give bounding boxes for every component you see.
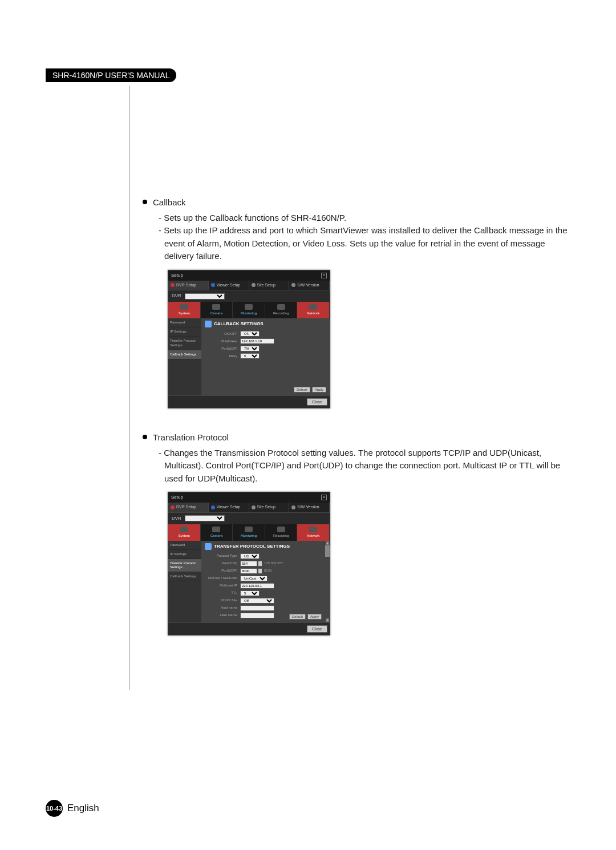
nav-label: Network (307, 311, 319, 315)
side-transfer-protocol[interactable]: Transfer Protocol Settings (168, 559, 201, 572)
tab-viewer-setup[interactable]: Viewer Setup (209, 503, 249, 512)
nav-system[interactable]: System (168, 302, 201, 318)
viewer-icon (211, 505, 215, 509)
tab-label: S/W Version (297, 282, 319, 289)
nav-label: System (179, 534, 190, 537)
nav-label: Recording (273, 311, 289, 315)
port-udp-aux: 8159 (264, 568, 271, 573)
site-icon (252, 505, 256, 509)
port-udp-input[interactable] (240, 568, 257, 574)
side-password[interactable]: Password (168, 318, 201, 327)
hostname-label: Host name (205, 605, 240, 610)
side-callback-settings[interactable]: Callback Settings (168, 350, 201, 359)
side-transfer-protocol[interactable]: Transfer Protocol Settings (168, 337, 201, 350)
dvr-label: DVR (172, 293, 181, 299)
scrollbar[interactable]: ▲ ▼ (325, 541, 330, 622)
retry-select[interactable]: 5 (240, 353, 260, 359)
spinner-icon[interactable] (258, 561, 262, 566)
tab-label: DVR Setup (176, 282, 196, 289)
page-number-badge: 10-43 (46, 800, 63, 817)
onoff-label: ON/OFF (205, 331, 240, 337)
page-footer: 10-43 English (46, 800, 99, 817)
camera-icon (212, 304, 220, 310)
body-text: - Sets up the Callback functions of SHR-… (159, 212, 570, 225)
dialog-title: Setup (171, 494, 183, 501)
nav-label: Recording (273, 534, 289, 537)
nav-recording[interactable]: Recording (265, 524, 298, 541)
dvr-icon (171, 505, 175, 509)
nav-label: Network (307, 534, 319, 537)
side-callback-settings[interactable]: Callback Settings (168, 572, 201, 581)
apply-button[interactable]: Apply (312, 387, 326, 392)
dvr-label: DVR (172, 515, 181, 522)
dvr-select[interactable] (185, 293, 225, 299)
language-label: English (67, 803, 99, 814)
ip-input[interactable] (240, 338, 274, 344)
apply-button[interactable]: Apply (307, 614, 322, 620)
close-button[interactable]: Close (307, 625, 327, 633)
scroll-thumb[interactable] (325, 545, 330, 557)
default-button[interactable]: Default (294, 387, 310, 392)
nav-label: System (179, 311, 190, 315)
nav-network[interactable]: Network (297, 524, 330, 541)
tab-label: Site Setup (257, 282, 275, 289)
screenshot-callback-dialog: Setup × DVR Setup Viewer Setup Site Setu… (168, 270, 570, 409)
unicast-multicast-select[interactable]: UniCast (240, 576, 268, 581)
scroll-down-icon[interactable]: ▼ (325, 618, 330, 622)
bullet-icon (143, 435, 147, 439)
tab-viewer-setup[interactable]: Viewer Setup (209, 281, 249, 290)
port-udp-label: Port(UDP) (205, 568, 240, 573)
ttl-select[interactable]: 5 (240, 590, 260, 596)
system-icon (180, 304, 188, 310)
ddns-site-label: DDNS Site (205, 598, 240, 603)
panel-icon (205, 543, 212, 550)
side-ip-settings[interactable]: IP Settings (168, 327, 201, 337)
nav-label: Monitoring (241, 311, 257, 315)
side-password[interactable]: Password (168, 541, 201, 550)
hostname-input[interactable] (240, 605, 274, 611)
tab-site-setup[interactable]: Site Setup (249, 503, 290, 512)
network-icon (309, 527, 317, 532)
port-tcp-input[interactable] (240, 561, 257, 566)
nav-camera[interactable]: Camera (201, 302, 233, 318)
tab-sw-version[interactable]: S/W Version (289, 503, 330, 512)
nav-monitoring[interactable]: Monitoring (233, 524, 265, 541)
close-icon[interactable]: × (321, 495, 327, 500)
multicast-ip-input[interactable] (240, 583, 274, 589)
nav-monitoring[interactable]: Monitoring (233, 302, 265, 318)
tab-dvr-setup[interactable]: DVR Setup (168, 503, 209, 512)
username-label: User Name (205, 613, 240, 618)
nav-system[interactable]: System (168, 524, 201, 541)
body-text: - Changes the Transmission Protocol sett… (159, 447, 570, 485)
info-icon (291, 283, 295, 287)
port-label: Port(UDP) (205, 346, 240, 351)
spinner-icon[interactable] (258, 568, 262, 574)
dvr-select[interactable] (185, 515, 225, 521)
nav-network[interactable]: Network (297, 302, 330, 318)
unicast-multicast-label: UniCast / MultiCast (205, 576, 240, 581)
nav-label: Camera (210, 311, 222, 315)
nav-label: Camera (210, 534, 222, 537)
port-tcp-aux: 155 556 557 (264, 561, 283, 566)
close-icon[interactable]: × (321, 273, 327, 278)
port-select[interactable]: 7900 (240, 346, 260, 351)
info-icon (291, 505, 295, 509)
close-button[interactable]: Close (307, 398, 327, 406)
bullet-icon (143, 200, 147, 204)
site-icon (252, 283, 256, 287)
protocol-type-select[interactable]: UDP (240, 553, 260, 559)
section-callback: Callback - Sets up the Callback function… (143, 196, 570, 408)
ddns-site-select[interactable]: Off (240, 598, 274, 604)
tab-label: S/W Version (297, 504, 319, 511)
onoff-select[interactable]: ON (240, 331, 260, 337)
default-button[interactable]: Default (289, 614, 306, 620)
side-ip-settings[interactable]: IP Settings (168, 550, 201, 559)
section-translation-protocol: Translation Protocol - Changes the Trans… (143, 431, 570, 636)
nav-recording[interactable]: Recording (265, 302, 298, 318)
username-input[interactable] (240, 613, 274, 618)
tab-sw-version[interactable]: S/W Version (289, 281, 330, 290)
tab-site-setup[interactable]: Site Setup (249, 281, 290, 290)
tab-dvr-setup[interactable]: DVR Setup (168, 281, 209, 290)
nav-camera[interactable]: Camera (201, 524, 233, 541)
scroll-up-icon[interactable]: ▲ (325, 541, 330, 545)
